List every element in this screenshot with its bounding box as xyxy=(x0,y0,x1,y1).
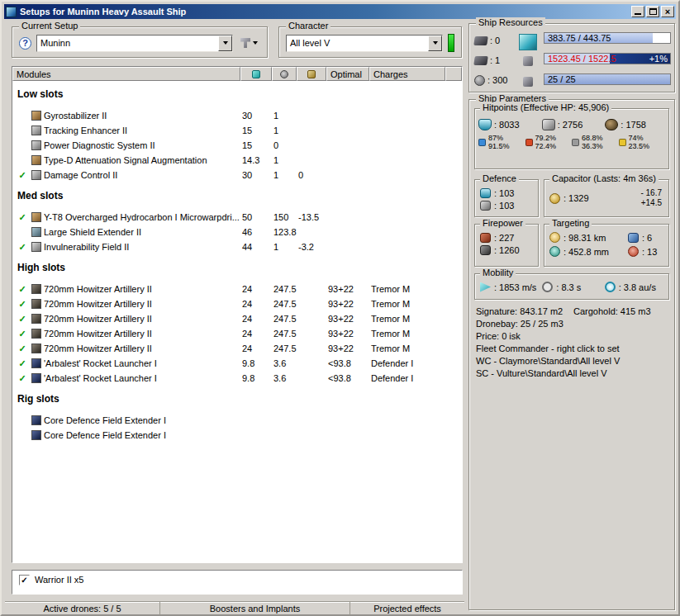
module-pg: 247.5 xyxy=(272,299,297,309)
module-cpu: 9.8 xyxy=(240,373,272,383)
setup-tools-button[interactable] xyxy=(238,36,260,50)
optimal-column-header[interactable]: Optimal xyxy=(326,67,369,81)
module-icon xyxy=(31,314,41,324)
module-row[interactable]: ✓ 720mm Howitzer Artillery II 24 247.5 9… xyxy=(12,311,462,326)
drone-checkbox[interactable]: ✓ xyxy=(19,575,30,585)
cpu-column-header[interactable] xyxy=(240,67,272,81)
launcher-icon xyxy=(473,56,488,65)
fitted-check-icon: ✓ xyxy=(16,314,29,325)
armor-icon xyxy=(542,119,555,130)
module-pg: 1 xyxy=(272,111,297,121)
drone-label: Warrior II x5 xyxy=(35,575,84,585)
module-pg: 1 xyxy=(272,126,297,135)
fitted-check-icon: ✓ xyxy=(16,329,29,339)
module-cap: -13.5 xyxy=(297,212,326,222)
drones-panel: ✓ Warrior II x5 xyxy=(12,570,463,595)
module-icon-cell xyxy=(29,140,44,150)
wing-commander-text[interactable]: WC - Claymore\Standard\All level V xyxy=(476,354,669,367)
fitted-check-icon: ✓ xyxy=(16,358,29,369)
module-icon-cell xyxy=(29,299,44,309)
tab-active-drones[interactable]: Active drones: 5 / 5 xyxy=(5,602,160,615)
defence-value-2: : 103 xyxy=(494,201,514,211)
powergrid-icon xyxy=(523,56,533,66)
module-row[interactable]: Power Diagnostic System II 15 0 xyxy=(12,138,462,153)
module-row[interactable]: Large Shield Extender II 46 123.8 xyxy=(12,225,462,239)
character-select[interactable]: All level V xyxy=(286,35,443,52)
warp-speed-value: : 3.8 au/s xyxy=(619,282,656,292)
module-optimal: 93+22 xyxy=(326,344,369,353)
modules-header[interactable]: Modules xyxy=(12,67,240,81)
module-name: Type-D Attenuation Signal Augmentation xyxy=(44,155,240,165)
shield-recharge-icon xyxy=(480,188,491,198)
module-cpu: 15 xyxy=(240,126,272,135)
module-row[interactable]: ✓ Damage Control II 30 1 0 xyxy=(12,168,462,182)
module-row[interactable]: Gyrostabilizer II 30 1 xyxy=(12,108,462,123)
module-row[interactable]: ✓ 720mm Howitzer Artillery II 24 247.5 9… xyxy=(12,282,462,296)
module-row[interactable]: Core Defence Field Extender I xyxy=(12,428,462,443)
module-icon-cell xyxy=(29,126,44,135)
kinetic-shield-resist: 68.8% xyxy=(582,134,603,142)
module-row[interactable]: Tracking Enhancer II 15 1 xyxy=(12,123,462,138)
module-row[interactable]: ✓ 'Arbalest' Rocket Launcher I 9.8 3.6 <… xyxy=(12,371,462,386)
powergrid-column-header[interactable] xyxy=(272,67,297,81)
kinetic-resist-icon xyxy=(572,139,579,146)
charges-column-header[interactable]: Charges xyxy=(369,67,445,81)
tab-boosters-implants[interactable]: Boosters and Implants xyxy=(160,602,350,615)
setup-select[interactable]: Muninn xyxy=(36,35,233,52)
em-shield-resist: 87% xyxy=(488,134,510,142)
module-cpu: 15 xyxy=(240,140,272,150)
capacitor-amount: : 1329 xyxy=(549,193,640,204)
capacitor-icon xyxy=(307,70,316,78)
close-button[interactable]: × xyxy=(661,6,674,17)
module-name: Gyrostabilizer II xyxy=(44,111,240,121)
section-title-high: High slots xyxy=(17,262,462,273)
dps-value: : 227 xyxy=(494,233,514,243)
module-cpu: 24 xyxy=(240,329,272,339)
character-select-arrow[interactable] xyxy=(428,36,442,51)
minimize-button[interactable] xyxy=(631,6,644,17)
module-pg: 1 xyxy=(272,155,297,165)
module-row[interactable]: ✓ 720mm Howitzer Artillery II 24 247.5 9… xyxy=(12,326,462,341)
module-row[interactable]: ✓ 'Arbalest' Rocket Launcher I 9.8 3.6 <… xyxy=(12,356,462,371)
module-name: Damage Control II xyxy=(44,170,240,180)
module-row[interactable]: ✓ Y-T8 Overcharged Hydrocarbon I Microwa… xyxy=(12,210,462,225)
setup-select-arrow[interactable] xyxy=(218,36,232,51)
module-cpu: 24 xyxy=(240,284,272,294)
defence-value-1: : 103 xyxy=(494,188,514,198)
capacitor-column-header[interactable] xyxy=(297,67,326,81)
fleet-commander-text[interactable]: Fleet Commander - right click to set xyxy=(476,342,669,354)
fitted-check-icon: ✓ xyxy=(16,299,29,310)
calibration-value: : 300 xyxy=(487,75,507,85)
price-text: Price: 0 isk xyxy=(476,329,669,342)
module-row[interactable]: ✓ Invulnerability Field II 44 1 -3.2 xyxy=(12,239,462,254)
module-icon xyxy=(31,329,41,339)
module-row[interactable]: ✓ 720mm Howitzer Artillery II 24 247.5 9… xyxy=(12,296,462,311)
volley-icon xyxy=(480,245,491,255)
module-icon xyxy=(31,170,41,180)
thermal-shield-resist: 79.2% xyxy=(535,134,557,142)
app-window: Setups for Muninn Heavy Assault Ship × C… xyxy=(0,0,680,616)
fitted-check-icon: ✓ xyxy=(16,242,29,253)
resistances: 87%91.5% 79.2%72.4% 68.8%36.3% 74%23.5% xyxy=(478,134,665,150)
module-icon-cell xyxy=(29,155,44,165)
calibration-icon xyxy=(474,75,485,86)
module-optimal: <93.8 xyxy=(326,358,369,368)
module-row[interactable]: ✓ 720mm Howitzer Artillery II 24 247.5 9… xyxy=(12,341,462,356)
launcher-hardpoints-value: : 1 xyxy=(490,55,500,65)
help-icon[interactable]: ? xyxy=(19,37,31,50)
module-row[interactable]: Type-D Attenuation Signal Augmentation 1… xyxy=(12,153,462,168)
maximize-button[interactable] xyxy=(646,6,659,17)
tab-projected-effects[interactable]: Projected effects xyxy=(350,602,464,615)
module-row[interactable]: Core Defence Field Extender I xyxy=(12,413,462,428)
armor-repair-icon xyxy=(480,201,491,211)
squad-commander-text[interactable]: SC - Vulture\Standard\All level V xyxy=(476,367,669,379)
module-icon xyxy=(31,126,41,135)
module-name: Invulnerability Field II xyxy=(44,242,240,252)
module-icon xyxy=(31,373,41,383)
module-charge: Tremor M xyxy=(369,329,462,339)
current-setup-label: Current Setup xyxy=(19,21,80,31)
character-label: Character xyxy=(286,21,330,31)
module-cpu: 24 xyxy=(240,299,272,309)
module-optimal: 93+22 xyxy=(326,299,369,309)
module-name: 'Arbalest' Rocket Launcher I xyxy=(44,373,240,383)
